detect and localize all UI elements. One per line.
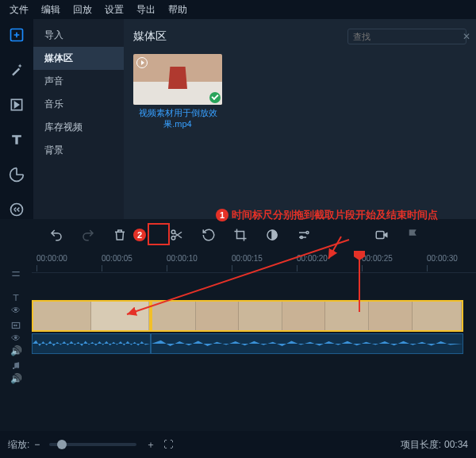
ruler-tick: 00:00:25 bbox=[362, 254, 393, 263]
audio-clip-1[interactable] bbox=[32, 333, 151, 354]
zoom-knob[interactable] bbox=[57, 440, 67, 449]
speaker-icon[interactable]: 🔊 bbox=[10, 345, 22, 356]
media-panel: 媒体区 ✕ 视频素材用于倒放效果.mp4 bbox=[124, 19, 476, 219]
svg-point-4 bbox=[171, 230, 175, 234]
audio-clip-2[interactable] bbox=[151, 333, 463, 354]
subnav-stock[interactable]: 库存视频 bbox=[33, 116, 124, 139]
crop-icon[interactable] bbox=[232, 226, 249, 244]
video-track[interactable] bbox=[32, 300, 476, 332]
ruler-tick: 00:00:00 bbox=[36, 254, 67, 263]
media-clip-name: 视频素材用于倒放效果.mp4 bbox=[133, 107, 222, 130]
annotation-text-1: 时间标尺分别拖到截取片段开始及结束时间点 bbox=[232, 208, 438, 222]
annotation-highlight-2 bbox=[148, 223, 170, 245]
media-thumb[interactable]: 视频素材用于倒放效果.mp4 bbox=[133, 54, 222, 130]
ruler-tick: 00:00:20 bbox=[297, 254, 328, 263]
linked-audio-track[interactable] bbox=[32, 333, 476, 354]
time-ruler[interactable]: 00:00:00 00:00:05 00:00:10 00:00:15 00:0… bbox=[32, 252, 476, 273]
menu-playback[interactable]: 回放 bbox=[67, 3, 98, 17]
video-clip-2[interactable] bbox=[151, 300, 463, 332]
annotation-badge-1: 1 bbox=[216, 209, 228, 221]
timeline[interactable]: 00:00:00 00:00:05 00:00:10 00:00:15 00:0… bbox=[32, 251, 476, 418]
zoom-slider[interactable] bbox=[49, 443, 136, 446]
zoom-out-icon[interactable]: − bbox=[34, 439, 40, 450]
menu-help[interactable]: 帮助 bbox=[162, 3, 194, 17]
record-icon[interactable] bbox=[373, 226, 390, 244]
track-ruler-options[interactable] bbox=[0, 259, 32, 289]
project-length-value: 00:34 bbox=[444, 439, 468, 450]
track-titles-header[interactable]: 👁 bbox=[0, 289, 32, 319]
svg-point-7 bbox=[306, 232, 309, 234]
svg-point-11 bbox=[14, 325, 15, 325]
svg-point-5 bbox=[171, 237, 175, 241]
annotation-badge-2: 2 bbox=[133, 229, 146, 241]
svg-rect-9 bbox=[376, 232, 384, 239]
subnav-bg[interactable]: 背景 bbox=[33, 139, 124, 162]
redo-icon[interactable] bbox=[79, 226, 97, 244]
menu-bar: 文件 编辑 回放 设置 导出 帮助 bbox=[0, 0, 476, 19]
timeline-toolbar bbox=[0, 219, 476, 251]
subnav-sound[interactable]: 声音 bbox=[33, 70, 124, 93]
marker-flag-icon[interactable] bbox=[405, 226, 422, 244]
undo-icon[interactable] bbox=[48, 226, 65, 244]
clear-search-icon[interactable]: ✕ bbox=[463, 31, 470, 42]
media-title: 媒体区 bbox=[133, 29, 347, 44]
annotation-1: 1 时间标尺分别拖到截取片段开始及结束时间点 bbox=[216, 208, 438, 222]
track-audio-header[interactable]: 🔊 bbox=[0, 357, 32, 387]
project-length-label: 项目长度: bbox=[401, 438, 441, 452]
subnav-music[interactable]: 音乐 bbox=[33, 93, 124, 116]
search-input[interactable] bbox=[353, 32, 463, 41]
fit-zoom-icon[interactable]: ⛶ bbox=[163, 439, 173, 450]
subnav-import[interactable]: 导入 bbox=[33, 24, 124, 47]
eye-icon[interactable]: 👁 bbox=[11, 333, 21, 344]
svg-point-14 bbox=[17, 367, 19, 368]
speaker-icon[interactable]: 🔊 bbox=[10, 373, 22, 384]
used-check-icon bbox=[209, 92, 221, 103]
transitions-icon[interactable] bbox=[6, 95, 28, 114]
menu-export[interactable]: 导出 bbox=[130, 3, 162, 17]
playhead[interactable] bbox=[359, 252, 360, 312]
ruler-tick: 00:00:05 bbox=[102, 254, 132, 263]
menu-file[interactable]: 文件 bbox=[3, 3, 35, 17]
rotate-icon[interactable] bbox=[200, 226, 217, 244]
zoom-label: 缩放: bbox=[8, 438, 29, 452]
left-tool-rail bbox=[0, 19, 33, 219]
menu-settings[interactable]: 设置 bbox=[98, 3, 130, 17]
more-tools-icon[interactable] bbox=[6, 200, 28, 219]
footer-bar: 缩放: − ＋ ⛶ 项目长度: 00:34 bbox=[0, 431, 476, 458]
ruler-tick: 00:00:10 bbox=[167, 254, 198, 263]
delete-icon[interactable] bbox=[111, 226, 129, 244]
wand-icon[interactable] bbox=[6, 60, 28, 79]
track-video-header[interactable]: 👁 🔊 bbox=[0, 319, 32, 357]
svg-point-12 bbox=[16, 325, 17, 325]
ruler-tick: 00:00:15 bbox=[232, 254, 263, 263]
ruler-tick: 00:00:30 bbox=[427, 254, 458, 263]
track-header-rail: 👁 👁 🔊 🔊 bbox=[0, 251, 32, 418]
search-box[interactable]: ✕ bbox=[347, 29, 466, 44]
menu-edit[interactable]: 编辑 bbox=[35, 3, 67, 17]
color-adjust-icon[interactable] bbox=[263, 226, 281, 244]
eye-icon[interactable]: 👁 bbox=[11, 305, 21, 316]
subnav-media[interactable]: 媒体区 bbox=[33, 47, 124, 70]
clip-props-icon[interactable] bbox=[295, 226, 313, 244]
media-subnav: 导入 媒体区 声音 音乐 库存视频 背景 bbox=[33, 19, 124, 219]
split-scissors-icon[interactable] bbox=[168, 226, 186, 244]
zoom-in-icon[interactable]: ＋ bbox=[146, 438, 155, 452]
titles-icon[interactable] bbox=[6, 130, 28, 149]
stickers-icon[interactable] bbox=[6, 165, 28, 184]
svg-point-13 bbox=[13, 368, 14, 369]
video-clip-1[interactable] bbox=[32, 300, 151, 332]
play-icon bbox=[136, 57, 148, 68]
add-media-icon[interactable] bbox=[6, 25, 28, 44]
